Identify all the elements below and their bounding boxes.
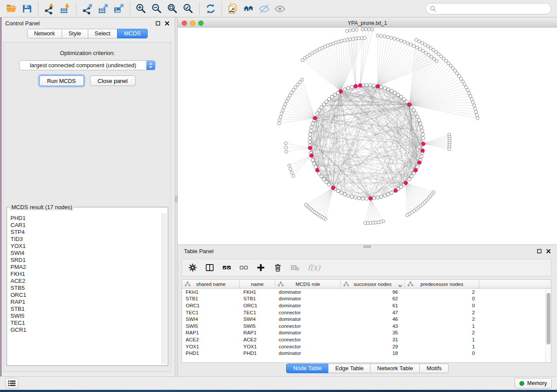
tab-network-table[interactable]: Network Table — [370, 364, 420, 373]
network-node[interactable] — [284, 146, 287, 149]
network-node[interactable] — [288, 164, 291, 167]
network-node[interactable] — [412, 45, 415, 48]
network-node[interactable] — [325, 100, 328, 103]
network-node[interactable] — [325, 180, 328, 184]
network-node[interactable] — [466, 89, 469, 92]
network-node[interactable] — [330, 95, 334, 99]
network-node[interactable] — [346, 194, 350, 197]
network-node[interactable] — [320, 106, 323, 109]
deselect-all-button[interactable] — [239, 263, 248, 272]
network-node[interactable] — [290, 171, 293, 174]
network-node[interactable] — [349, 29, 352, 32]
network-node[interactable] — [421, 129, 424, 133]
network-node[interactable] — [412, 172, 415, 175]
zoom-in-button[interactable] — [133, 2, 149, 16]
network-node[interactable] — [318, 172, 321, 175]
vertical-splitter[interactable] — [175, 17, 178, 376]
network-node[interactable] — [402, 98, 406, 101]
network-node[interactable] — [363, 36, 366, 39]
network-node[interactable] — [409, 43, 412, 46]
network-node[interactable] — [471, 101, 474, 104]
mcds-result-item[interactable]: YOX1 — [10, 243, 161, 250]
network-node[interactable] — [430, 55, 433, 58]
network-node[interactable] — [416, 115, 419, 119]
network-node[interactable] — [422, 137, 425, 140]
network-node[interactable] — [463, 83, 466, 86]
export-table-button[interactable] — [95, 2, 111, 16]
mcds-dominator-node[interactable] — [358, 84, 362, 88]
network-node[interactable] — [467, 92, 471, 95]
network-node[interactable] — [417, 119, 421, 122]
network-node[interactable] — [448, 148, 451, 151]
network-node[interactable] — [355, 28, 358, 31]
column-header-successor-nodes[interactable]: successor nodes — [341, 280, 405, 288]
table-mode-button[interactable] — [205, 263, 214, 272]
table-row[interactable]: YOX1YOX1connector291 — [182, 343, 545, 350]
network-node[interactable] — [387, 88, 390, 91]
splitter-handle[interactable] — [175, 196, 177, 202]
network-node[interactable] — [346, 29, 349, 32]
tab-node-table[interactable]: Node Table — [286, 364, 329, 373]
network-node[interactable] — [406, 41, 409, 45]
horizontal-splitter-handle[interactable] — [363, 245, 371, 248]
network-node[interactable] — [367, 28, 370, 31]
network-node[interactable] — [403, 40, 406, 43]
mcds-dominator-node[interactable] — [315, 168, 319, 172]
run-mcds-button[interactable]: Run MCDS — [39, 76, 84, 86]
network-node[interactable] — [292, 175, 295, 178]
mcds-result-item[interactable]: FKH1 — [10, 271, 161, 278]
export-image-button[interactable] — [111, 2, 127, 16]
mcds-result-scrollbar[interactable] — [162, 213, 167, 364]
network-node[interactable] — [357, 37, 360, 40]
mcds-dominator-node[interactable] — [408, 103, 412, 107]
search-input[interactable] — [439, 6, 547, 12]
network-node[interactable] — [277, 122, 280, 125]
mcds-result-item[interactable]: CAR1 — [10, 222, 161, 229]
network-node[interactable] — [322, 103, 326, 107]
network-node[interactable] — [369, 84, 372, 87]
table-row[interactable]: TEC1TEC1connector472 — [182, 309, 545, 316]
network-node[interactable] — [301, 78, 304, 81]
network-node[interactable] — [361, 197, 365, 200]
network-node[interactable] — [429, 47, 432, 50]
network-node[interactable] — [410, 175, 413, 178]
network-node[interactable] — [363, 221, 367, 224]
close-panel-button[interactable]: Close panel — [90, 76, 136, 86]
mcds-dominator-node[interactable] — [310, 154, 314, 158]
network-node[interactable] — [333, 93, 337, 96]
table-row[interactable]: SWI5SWI5connector431 — [182, 323, 545, 330]
network-node[interactable] — [376, 196, 380, 199]
network-node[interactable] — [461, 80, 464, 83]
network-node[interactable] — [364, 28, 367, 31]
network-node[interactable] — [406, 213, 409, 217]
network-node[interactable] — [400, 39, 403, 42]
tab-select[interactable]: Select — [88, 29, 118, 38]
network-node[interactable] — [424, 51, 427, 54]
mcds-dominator-node[interactable] — [354, 84, 358, 88]
column-header-shared-name[interactable]: shared name — [182, 280, 240, 288]
network-node[interactable] — [311, 122, 315, 125]
network-canvas[interactable] — [178, 28, 557, 244]
network-node[interactable] — [281, 109, 284, 112]
add-column-button[interactable] — [256, 263, 265, 272]
column-header-name[interactable]: name — [240, 280, 275, 288]
network-node[interactable] — [469, 95, 472, 98]
tab-network[interactable]: Network — [27, 29, 62, 38]
network-node[interactable] — [380, 195, 383, 199]
table-row[interactable]: STB1STB1dominator620 — [182, 296, 545, 303]
network-node[interactable] — [437, 53, 440, 56]
network-node[interactable] — [288, 94, 291, 97]
mcds-result-item[interactable]: TID3 — [10, 236, 161, 243]
mcds-result-item[interactable]: SRD1 — [10, 257, 161, 264]
network-node[interactable] — [383, 194, 387, 197]
tab-motifs[interactable]: Motifs — [419, 364, 449, 373]
save-session-button[interactable] — [19, 2, 35, 16]
network-node[interactable] — [282, 106, 285, 109]
network-node[interactable] — [289, 168, 292, 171]
network-node[interactable] — [308, 133, 312, 136]
network-node[interactable] — [311, 158, 315, 162]
zoom-fit-button[interactable] — [165, 2, 180, 16]
network-node[interactable] — [459, 77, 462, 80]
network-node[interactable] — [309, 129, 313, 133]
network-node[interactable] — [350, 195, 354, 199]
